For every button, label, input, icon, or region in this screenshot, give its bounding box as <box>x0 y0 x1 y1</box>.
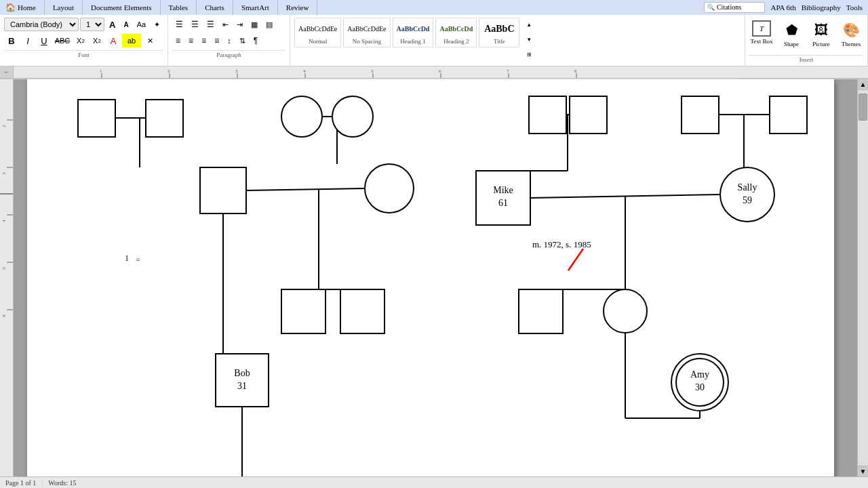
svg-text:6: 6 <box>1 314 7 317</box>
font-grow-btn[interactable]: A <box>106 18 119 31</box>
tab-home[interactable]: 🏠 Home <box>0 0 45 15</box>
scroll-thumb[interactable] <box>859 94 867 121</box>
scroll-down-btn[interactable]: ▼ <box>858 466 868 476</box>
subscript-btn[interactable]: X2 <box>73 34 88 47</box>
bullets-btn[interactable]: ☰ <box>172 18 186 31</box>
clear-format-btn[interactable]: ✦ <box>151 18 163 31</box>
vertical-ruler: 2 3 4 5 6 <box>0 79 14 476</box>
picture-icon: 🖼 <box>812 20 831 39</box>
tab-layout[interactable]: Layout <box>45 0 83 15</box>
decrease-indent-btn[interactable]: ⇤ <box>219 18 232 31</box>
cursor-line-indicator <box>0 193 13 195</box>
insert-shape-btn[interactable]: ⬟ Shape <box>779 20 804 47</box>
sort-btn[interactable]: ⇅ <box>236 34 249 47</box>
bold-btn[interactable]: B <box>4 34 19 47</box>
word-count: Words: 15 <box>48 479 76 487</box>
tab-document-elements[interactable]: Document Elements <box>83 0 161 15</box>
svg-text:8: 8 <box>574 68 577 74</box>
amy-name: Amy <box>690 369 709 380</box>
highlight-btn[interactable]: ab <box>122 34 141 47</box>
superscript-btn[interactable]: X2 <box>90 34 104 47</box>
ribbon: 🏠 Home Layout Document Elements Tables C… <box>0 0 868 79</box>
svg-line-53 <box>568 249 583 270</box>
font-color-btn[interactable]: A <box>106 34 121 47</box>
font-size-select[interactable]: 12 <box>80 18 104 31</box>
insert-section: T Text Box ⬟ Shape 🖼 Picture 🎨 Themes In… <box>745 15 868 66</box>
style-heading2[interactable]: AaBbCcDd Heading 2 <box>435 18 477 47</box>
page-count: Page 1 of 1 <box>5 479 36 487</box>
amy-age: 30 <box>695 382 705 392</box>
shape-icon: ⬟ <box>782 20 801 39</box>
themes-icon: 🎨 <box>842 20 861 39</box>
tab-smartart[interactable]: SmartArt <box>233 0 278 15</box>
vertical-ruler-svg: 2 3 4 5 6 <box>0 79 14 476</box>
underline-btn[interactable]: U <box>37 34 52 47</box>
tools-btn[interactable]: Tools <box>846 3 863 12</box>
justify-btn[interactable]: ≡ <box>211 34 222 47</box>
font-family-select[interactable]: Cambria (Body) <box>4 18 79 31</box>
styles-preview: AaBbCcDdEe Normal AaBbCcDdEe No Spacing … <box>294 18 535 61</box>
search-icon: 🔍 <box>707 4 715 11</box>
svg-text:4: 4 <box>1 220 7 222</box>
ruler-corner[interactable]: ⌐ <box>5 69 8 75</box>
clear-all-btn[interactable]: ✕ <box>142 34 157 47</box>
document-page: m. 1972, s. 1985 I ≡ <box>27 79 834 476</box>
ribbon-tab-bar: 🏠 Home Layout Document Elements Tables C… <box>0 0 868 15</box>
font-shrink-btn[interactable]: A <box>120 18 132 31</box>
change-case-btn[interactable]: Aa <box>134 18 149 31</box>
align-center-btn[interactable]: ≡ <box>185 34 197 47</box>
svg-line-30 <box>246 188 365 190</box>
insert-themes-btn[interactable]: 🎨 Themes <box>839 20 863 47</box>
line-spacing-btn[interactable]: ↕ <box>224 34 235 47</box>
svg-text:5: 5 <box>371 68 374 74</box>
italic-btn[interactable]: I <box>20 34 35 47</box>
styles-scroll-down-btn[interactable]: ▼ <box>523 33 535 46</box>
svg-text:≡: ≡ <box>136 256 140 264</box>
shape-sally <box>720 167 774 222</box>
shape-bob <box>216 354 269 407</box>
strikethrough-btn[interactable]: ABC <box>53 34 72 47</box>
horizontal-ruler: ⌐ 1 2 3 4 5 6 7 8 <box>0 66 868 79</box>
mike-name: Mike <box>493 185 513 195</box>
align-right-btn[interactable]: ≡ <box>198 34 210 47</box>
borders-btn[interactable]: ▦ <box>248 18 261 31</box>
style-heading1[interactable]: AaBbCcDd Heading 1 <box>393 18 434 47</box>
sally-age: 59 <box>743 195 752 205</box>
styles-section: AaBbCcDdEe Normal AaBbCcDdEe No Spacing … <box>290 15 745 66</box>
insert-picture-btn[interactable]: 🖼 Picture <box>809 20 833 47</box>
shape-sq3 <box>529 96 566 134</box>
insert-group-label: Insert <box>749 55 863 63</box>
shading-btn[interactable]: ▤ <box>262 18 276 31</box>
vertical-scrollbar[interactable]: ▲ ▼ <box>857 79 868 476</box>
search-citations-input[interactable]: 🔍 Citations <box>704 2 765 13</box>
numbering-btn[interactable]: ☰ <box>188 18 202 31</box>
shape-ci-gen2-left <box>365 164 414 213</box>
tab-review[interactable]: Review <box>278 0 318 15</box>
home-icon: 🏠 <box>5 3 16 13</box>
insert-textbox-btn[interactable]: T Text Box <box>749 20 774 45</box>
tab-tables[interactable]: Tables <box>161 0 197 15</box>
style-title[interactable]: AaBbC Title <box>479 18 519 47</box>
align-left-btn[interactable]: ≡ <box>172 34 184 47</box>
increase-indent-btn[interactable]: ⇥ <box>233 18 246 31</box>
show-all-btn[interactable]: ¶ <box>250 34 261 47</box>
style-no-spacing[interactable]: AaBbCcDdEe No Spacing <box>343 18 390 47</box>
tab-charts[interactable]: Charts <box>197 0 233 15</box>
ruler-svg: 1 2 3 4 5 6 7 8 <box>14 66 868 78</box>
multilevel-list-btn[interactable]: ☰ <box>203 18 218 31</box>
mike-age: 61 <box>498 198 508 208</box>
font-group-label: Font <box>4 50 163 58</box>
marriage-label: m. 1972, s. 1985 <box>532 239 591 249</box>
svg-text:2: 2 <box>167 68 170 74</box>
shape-child1 <box>281 289 326 333</box>
style-normal[interactable]: AaBbCcDdEe Normal <box>294 18 341 47</box>
document-canvas: m. 1972, s. 1985 I ≡ <box>14 79 857 476</box>
shape-ci1 <box>281 96 322 137</box>
styles-expand-btn[interactable]: ⊞ <box>523 47 535 61</box>
scroll-up-btn[interactable]: ▲ <box>858 79 868 90</box>
textbox-icon: T <box>752 20 771 37</box>
styles-scroll-up-btn[interactable]: ▲ <box>523 18 535 31</box>
shape-sq4 <box>570 96 607 134</box>
bibliography-btn[interactable]: Bibliography <box>802 3 841 12</box>
shape-sq1 <box>78 100 115 137</box>
